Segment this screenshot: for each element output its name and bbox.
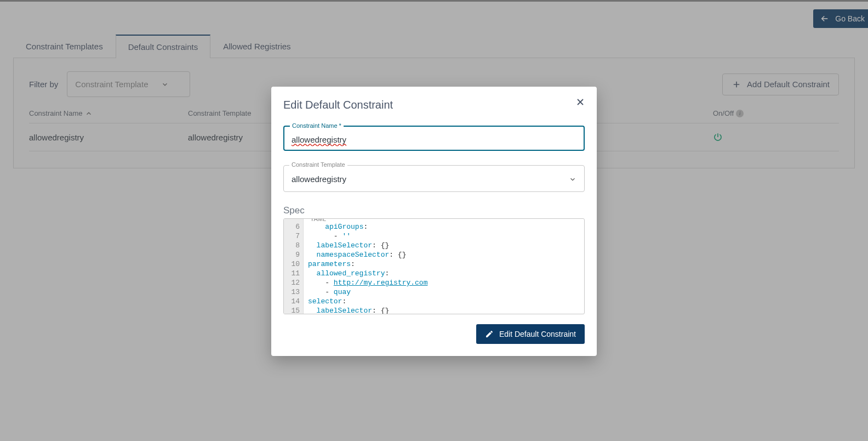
submit-label: Edit Default Constraint (499, 330, 576, 338)
chevron-down-icon (569, 176, 576, 183)
edit-constraint-modal: Edit Default Constraint Constraint Name … (271, 87, 597, 356)
edit-icon (485, 330, 494, 338)
close-button[interactable] (575, 97, 586, 109)
modal-actions: Edit Default Constraint (283, 324, 585, 344)
constraint-name-field[interactable]: Constraint Name * allowedregistry (283, 126, 585, 151)
modal-title: Edit Default Constraint (283, 99, 585, 111)
yaml-code[interactable]: apiGroups: - '' labelSelector: {} namesp… (304, 219, 432, 314)
edit-default-constraint-button[interactable]: Edit Default Constraint (476, 324, 585, 344)
yaml-editor[interactable]: YAML 6789101112131415 apiGroups: - '' la… (283, 218, 585, 314)
modal-overlay: Edit Default Constraint Constraint Name … (0, 0, 868, 441)
constraint-template-value: allowedregistry (292, 174, 346, 184)
constraint-template-select[interactable]: Constraint Template allowedregistry (283, 165, 585, 192)
constraint-template-label: Constraint Template (289, 161, 347, 168)
constraint-name-label: Constraint Name * (290, 122, 344, 129)
yaml-gutter: 6789101112131415 (284, 219, 304, 314)
constraint-name-input[interactable]: allowedregistry (292, 135, 346, 144)
close-icon (575, 97, 586, 108)
spec-label: Spec (283, 205, 585, 216)
yaml-legend: YAML (308, 218, 328, 224)
